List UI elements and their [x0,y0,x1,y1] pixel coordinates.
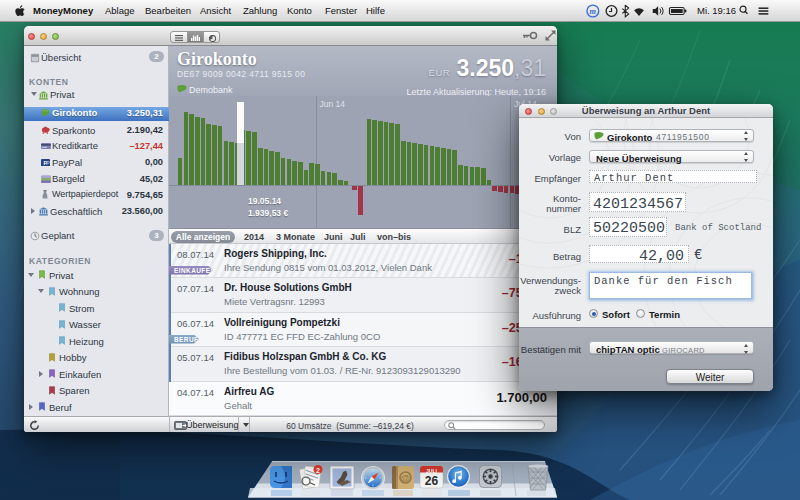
svg-text:P: P [45,160,49,166]
svg-text:@: @ [401,472,410,483]
svg-text:26: 26 [425,474,439,488]
svg-text:2: 2 [316,467,320,474]
svg-text:m: m [590,7,597,16]
